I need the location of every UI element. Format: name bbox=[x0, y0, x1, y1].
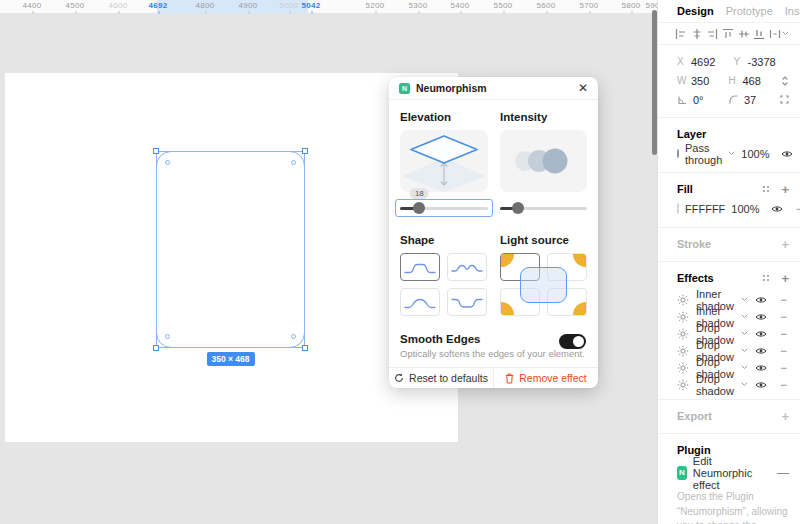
shape-option-concave[interactable] bbox=[447, 288, 487, 316]
x-value[interactable]: 4692 bbox=[691, 56, 715, 68]
remove-effect-icon[interactable]: − bbox=[780, 294, 787, 306]
y-position-field[interactable]: Y -3378 bbox=[734, 56, 791, 68]
corner-radius-field[interactable]: 37 bbox=[728, 94, 779, 106]
remove-effect-icon[interactable]: − bbox=[780, 328, 787, 340]
eye-icon[interactable] bbox=[781, 150, 793, 158]
remove-effect-icon[interactable]: − bbox=[780, 362, 787, 374]
eye-icon[interactable] bbox=[755, 330, 767, 338]
edit-neumorphic-effect-label[interactable]: Edit Neumorphic effect bbox=[693, 455, 771, 491]
fill-title: Fill bbox=[677, 183, 693, 195]
effects-list: Inner shadow − Inner shadow − Drop shado… bbox=[658, 289, 800, 400]
selected-shape[interactable]: 350 × 468 bbox=[156, 151, 305, 348]
eye-icon[interactable] bbox=[755, 381, 767, 389]
remove-plugin-icon[interactable]: — bbox=[777, 467, 789, 479]
remove-effect-icon[interactable]: − bbox=[780, 379, 787, 391]
styles-icon[interactable] bbox=[762, 274, 770, 282]
x-position-field[interactable]: X 4692 bbox=[677, 56, 734, 68]
chevron-down-icon bbox=[741, 314, 748, 319]
layer-opacity-field[interactable]: 100% bbox=[741, 148, 769, 160]
constrain-proportions-icon[interactable] bbox=[780, 75, 790, 87]
tab-design[interactable]: Design bbox=[677, 5, 714, 17]
edit-neumorphic-effect-row[interactable]: N Edit Neumorphic effect — bbox=[677, 462, 789, 483]
blend-mode-select[interactable]: Pass through bbox=[685, 142, 722, 166]
remove-effect-icon[interactable]: − bbox=[780, 345, 787, 357]
light-corner-icon bbox=[573, 302, 586, 315]
plugin-icon: N bbox=[677, 466, 687, 480]
fill-color-swatch[interactable] bbox=[677, 203, 679, 214]
add-effect-icon[interactable]: + bbox=[781, 272, 789, 285]
ruler-label: 5900 bbox=[646, 1, 658, 10]
styles-icon[interactable] bbox=[762, 185, 770, 193]
corner-radius-handle[interactable] bbox=[291, 160, 296, 165]
y-value[interactable]: -3378 bbox=[748, 56, 776, 68]
add-stroke-icon[interactable]: + bbox=[781, 238, 789, 251]
fill-hex-field[interactable]: FFFFFF bbox=[685, 203, 725, 215]
shape-options bbox=[400, 253, 488, 316]
align-horizontal-center-icon[interactable] bbox=[691, 28, 703, 40]
add-fill-icon[interactable]: + bbox=[781, 183, 789, 196]
align-right-icon[interactable] bbox=[706, 28, 718, 40]
eye-icon[interactable] bbox=[755, 347, 767, 355]
ruler-label: 5400 bbox=[451, 1, 470, 10]
position-section: X 4692 Y -3378 W 350 H 468 0 bbox=[658, 45, 800, 118]
shape-option-ridge[interactable] bbox=[447, 253, 487, 281]
effect-settings-icon[interactable] bbox=[677, 345, 689, 357]
add-export-icon[interactable]: + bbox=[781, 410, 789, 423]
elevation-slider-thumb[interactable] bbox=[413, 202, 425, 214]
height-value[interactable]: 468 bbox=[743, 75, 761, 87]
dialog-header[interactable]: N Neumorphism ✕ bbox=[389, 77, 598, 100]
ruler-label: 4500 bbox=[66, 1, 85, 10]
corner-radius-handle[interactable] bbox=[291, 334, 296, 339]
ruler-label: 4800 bbox=[196, 1, 215, 10]
intensity-slider[interactable] bbox=[500, 202, 587, 214]
shape-option-convex[interactable] bbox=[400, 288, 440, 316]
height-field[interactable]: H 468 bbox=[729, 75, 781, 87]
width-value[interactable]: 350 bbox=[691, 75, 709, 87]
fill-section: Fill + FFFFFF 100% − bbox=[658, 173, 800, 228]
elevation-slider[interactable]: 18 bbox=[400, 202, 488, 214]
distribute-dropdown[interactable] bbox=[769, 28, 789, 40]
resize-handle-top-left[interactable] bbox=[153, 148, 159, 154]
effect-settings-icon[interactable] bbox=[677, 294, 689, 306]
effect-row[interactable]: Drop shadow − bbox=[677, 376, 789, 393]
plugin-description: Opens the Plugin “Neumorphism”, allowing… bbox=[677, 490, 799, 524]
rotation-field[interactable]: 0° bbox=[677, 94, 728, 106]
eye-icon[interactable] bbox=[771, 205, 783, 213]
width-field[interactable]: W 350 bbox=[677, 75, 729, 87]
resize-handle-bottom-right[interactable] bbox=[302, 345, 308, 351]
shape-option-flat[interactable] bbox=[400, 253, 440, 281]
remove-effect-button[interactable]: Remove effect bbox=[494, 368, 598, 388]
effect-settings-icon[interactable] bbox=[677, 362, 689, 374]
ruler-label: 4400 bbox=[23, 1, 42, 10]
tab-prototype[interactable]: Prototype bbox=[726, 5, 773, 17]
effect-settings-icon[interactable] bbox=[677, 379, 689, 391]
corner-radius-handle[interactable] bbox=[165, 160, 170, 165]
vertical-scrollbar[interactable] bbox=[652, 10, 657, 155]
align-left-icon[interactable] bbox=[675, 28, 687, 40]
eye-icon[interactable] bbox=[755, 364, 767, 372]
fill-opacity-field[interactable]: 100% bbox=[731, 203, 759, 215]
corner-radius-value[interactable]: 37 bbox=[744, 94, 756, 106]
smooth-edges-toggle[interactable] bbox=[559, 334, 586, 349]
reset-to-defaults-button[interactable]: Reset to defaults bbox=[389, 368, 493, 388]
close-icon[interactable]: ✕ bbox=[578, 82, 588, 94]
resize-handle-bottom-left[interactable] bbox=[153, 345, 159, 351]
align-bottom-icon[interactable] bbox=[753, 28, 765, 40]
ruler-label: 4900 bbox=[239, 1, 258, 10]
eye-icon[interactable] bbox=[755, 313, 767, 321]
independent-corners-icon[interactable] bbox=[779, 94, 790, 105]
remove-effect-icon[interactable]: − bbox=[780, 311, 787, 323]
corner-radius-handle[interactable] bbox=[165, 334, 170, 339]
elevation-illustration bbox=[400, 130, 488, 192]
align-top-icon[interactable] bbox=[722, 28, 734, 40]
remove-fill-icon[interactable]: − bbox=[795, 203, 800, 215]
tab-inspect[interactable]: Inspect bbox=[785, 5, 800, 17]
shape-label: Shape bbox=[400, 234, 488, 246]
eye-icon[interactable] bbox=[755, 296, 767, 304]
rotation-value[interactable]: 0° bbox=[693, 94, 704, 106]
intensity-slider-thumb[interactable] bbox=[512, 202, 524, 214]
effect-settings-icon[interactable] bbox=[677, 328, 689, 340]
effect-settings-icon[interactable] bbox=[677, 311, 689, 323]
align-vertical-center-icon[interactable] bbox=[738, 28, 750, 40]
resize-handle-top-right[interactable] bbox=[302, 148, 308, 154]
